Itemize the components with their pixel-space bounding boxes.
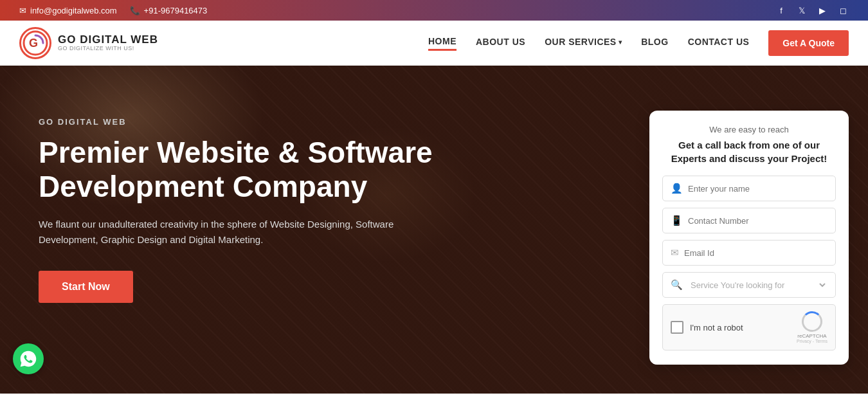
logo[interactable]: G GO DIGITAL WEB GO DIGITALIZE WITH US!: [19, 27, 158, 59]
search-icon: 🔍: [671, 279, 683, 291]
svg-text:G: G: [29, 37, 38, 50]
contact-input[interactable]: [688, 216, 827, 226]
instagram-icon[interactable]: ◻: [837, 5, 849, 16]
hero-brand: GO DIGITAL WEB: [39, 117, 611, 127]
nav-contact[interactable]: CONTACT US: [688, 37, 750, 50]
logo-title: GO DIGITAL WEB: [58, 34, 158, 46]
captcha-widget: I'm not a robot reCAPTCHA Privacy - Term…: [662, 304, 836, 350]
captcha-left: I'm not a robot: [671, 321, 743, 334]
whatsapp-button[interactable]: [13, 343, 44, 374]
nav-about[interactable]: ABOUT US: [476, 37, 525, 50]
captcha-checkbox[interactable]: [671, 321, 683, 334]
email-input[interactable]: [684, 248, 827, 258]
get-quote-button[interactable]: Get A Quote: [768, 30, 849, 56]
phone-contact[interactable]: 📞 +91-9679416473: [130, 6, 208, 15]
email-icon: ✉: [19, 6, 26, 15]
contact-field-wrapper: 📱: [662, 208, 836, 233]
phone-field-icon: 📱: [671, 215, 683, 226]
hero-description: We flaunt our unadulterated creativity i…: [39, 217, 424, 248]
hero-section: GO DIGITAL WEB Premier Website & Softwar…: [0, 66, 868, 394]
hero-title-line2: Development Company: [39, 170, 367, 203]
email-contact[interactable]: ✉ info@godigitalweb.com: [19, 6, 117, 15]
email-field-icon: ✉: [671, 247, 679, 259]
email-field-wrapper: ✉: [662, 240, 836, 266]
top-bar: ✉ info@godigitalweb.com 📞 +91-9679416473…: [0, 0, 868, 21]
phone-icon: 📞: [130, 6, 140, 15]
top-bar-contact: ✉ info@godigitalweb.com 📞 +91-9679416473: [19, 6, 207, 15]
hero-content: GO DIGITAL WEB Premier Website & Softwar…: [0, 66, 868, 394]
logo-text: GO DIGITAL WEB GO DIGITALIZE WITH US!: [58, 34, 158, 53]
facebook-icon[interactable]: f: [775, 5, 787, 16]
service-select[interactable]: Service You're looking for Web Design We…: [688, 280, 827, 291]
user-icon: 👤: [671, 183, 683, 194]
social-links: f 𝕏 ▶ ◻: [775, 5, 849, 16]
captcha-label: I'm not a robot: [690, 323, 743, 332]
nav-services[interactable]: OUR SERVICES ▾: [545, 37, 622, 50]
phone-number: +91-9679416473: [144, 6, 208, 15]
services-dropdown-arrow: ▾: [619, 39, 622, 46]
start-now-button[interactable]: Start Now: [39, 271, 133, 303]
name-field-wrapper: 👤: [662, 176, 836, 201]
email-address: info@godigitalweb.com: [30, 6, 117, 15]
main-nav: HOME ABOUT US OUR SERVICES ▾ BLOG CONTAC…: [428, 30, 849, 56]
recaptcha-logo: reCAPTCHA Privacy - Terms: [797, 311, 827, 343]
recaptcha-brand: reCAPTCHA: [797, 333, 826, 339]
name-input[interactable]: [688, 184, 827, 194]
form-easy-reach: We are easy to reach: [662, 125, 836, 134]
hero-title-line1: Premier Website & Software: [39, 136, 433, 169]
logo-icon: G: [19, 27, 51, 59]
form-heading: Get a call back from one of our Experts …: [662, 138, 836, 165]
twitter-icon[interactable]: 𝕏: [796, 5, 808, 16]
service-field-wrapper: 🔍 Service You're looking for Web Design …: [662, 272, 836, 298]
hero-title: Premier Website & Software Development C…: [39, 136, 611, 204]
nav-home[interactable]: HOME: [428, 36, 457, 51]
logo-subtitle: GO DIGITALIZE WITH US!: [58, 46, 158, 52]
contact-form-panel: We are easy to reach Get a call back fro…: [649, 111, 849, 365]
nav-blog[interactable]: BLOG: [641, 37, 668, 50]
recaptcha-spinner: [802, 311, 822, 332]
site-header: G GO DIGITAL WEB GO DIGITALIZE WITH US! …: [0, 21, 868, 66]
youtube-icon[interactable]: ▶: [817, 5, 828, 16]
hero-text-block: GO DIGITAL WEB Premier Website & Softwar…: [0, 104, 649, 316]
recaptcha-privacy: Privacy - Terms: [797, 339, 827, 343]
